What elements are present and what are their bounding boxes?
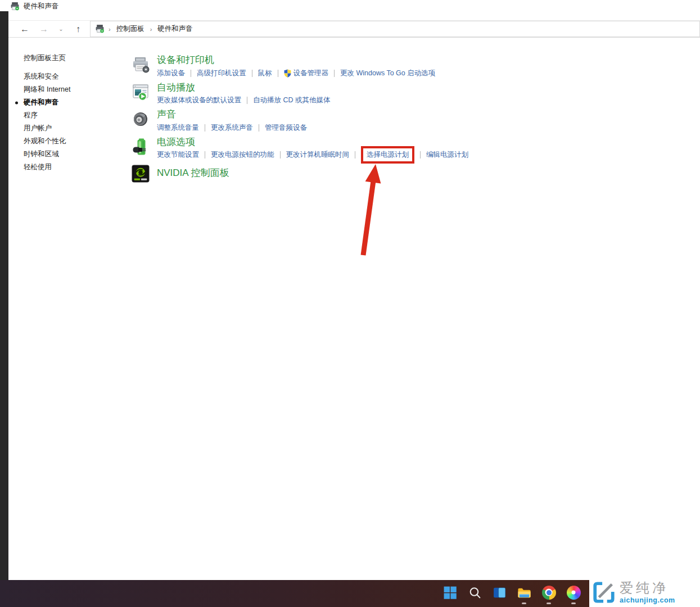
task-link-label: 更改系统声音 <box>211 123 253 133</box>
task-link-label: 管理音频设备 <box>265 123 307 133</box>
sidebar: 控制面板主页系统和安全网络和 Internet硬件和声音程序用户帐户外观和个性化… <box>8 52 128 174</box>
title-bar: 硬件和声音 <box>10 2 59 11</box>
sidebar-item[interactable]: 控制面板主页 <box>8 52 128 65</box>
task-link-label: 调整系统音量 <box>157 123 199 133</box>
sidebar-item[interactable]: 时钟和区域 <box>8 148 128 161</box>
task-link[interactable]: 更改电源按钮的功能 <box>211 150 274 160</box>
task-link-label: 选择电源计划 <box>367 150 409 160</box>
link-separator <box>334 70 335 77</box>
sidebar-item-label: 硬件和声音 <box>24 98 59 107</box>
task-link[interactable]: 设备管理器 <box>284 69 329 78</box>
task-link[interactable]: 自动播放 CD 或其他媒体 <box>253 96 331 105</box>
search-icon[interactable] <box>466 582 484 603</box>
task-link-label: 自动播放 CD 或其他媒体 <box>253 96 331 105</box>
sidebar-item[interactable]: 用户帐户 <box>8 122 128 135</box>
breadcrumb-control-panel[interactable]: 控制面板 <box>115 23 146 35</box>
task-link-label: 添加设备 <box>157 69 185 78</box>
task-link[interactable]: 更改系统声音 <box>211 123 253 133</box>
sidebar-item-label: 外观和个性化 <box>24 137 66 146</box>
sidebar-item-label: 程序 <box>24 111 38 120</box>
task-link[interactable]: 更改 Windows To Go 启动选项 <box>340 69 435 78</box>
task-link-label: 编辑电源计划 <box>426 150 468 160</box>
power-icon[interactable] <box>132 138 150 156</box>
link-separator <box>191 70 191 77</box>
category-row: 自动播放更改媒体或设备的默认设置自动播放 CD 或其他媒体 <box>132 81 626 109</box>
sidebar-item[interactable]: 外观和个性化 <box>8 135 128 148</box>
address-bar[interactable]: › 控制面板 › 硬件和声音 <box>90 21 700 37</box>
task-link[interactable]: 更改节能设置 <box>157 150 199 160</box>
start-icon[interactable] <box>441 582 459 603</box>
sidebar-item[interactable]: 系统和安全 <box>8 70 128 83</box>
task-link-label: 鼠标 <box>258 69 272 78</box>
breadcrumb-chevron-icon: › <box>150 26 152 33</box>
sidebar-item[interactable]: 网络和 Internet <box>8 83 128 96</box>
category-row: 电源选项更改节能设置更改电源按钮的功能更改计算机睡眠时间选择电源计划编辑电源计划 <box>132 136 626 164</box>
task-link[interactable]: 添加设备 <box>157 69 185 78</box>
sidebar-item-label: 轻松使用 <box>24 162 52 172</box>
control-panel-window: 硬件和声音 ← → ⌄ ↑ › 控制面板 › 硬件和声音 控制面板主页系统和安全… <box>0 0 700 607</box>
category-list: 设备和打印机添加设备高级打印机设置鼠标设备管理器更改 Windows To Go… <box>132 54 626 191</box>
category-row: 设备和打印机添加设备高级打印机设置鼠标设备管理器更改 Windows To Go… <box>132 54 626 81</box>
breadcrumb-hardware-sound[interactable]: 硬件和声音 <box>156 23 195 35</box>
watermark-brand: 爱纯净 <box>620 581 675 595</box>
control-panel-icon <box>95 24 105 34</box>
link-separator <box>280 151 281 158</box>
task-link[interactable]: 鼠标 <box>258 69 272 78</box>
task-link-label: 更改媒体或设备的默认设置 <box>157 96 241 105</box>
task-link[interactable]: 更改计算机睡眠时间 <box>286 150 350 160</box>
running-indicator <box>522 603 526 604</box>
link-separator <box>205 124 205 132</box>
task-link-label: 更改节能设置 <box>157 150 199 160</box>
sidebar-item-label: 用户帐户 <box>24 124 52 133</box>
task-link-label: 高级打印机设置 <box>197 69 246 78</box>
sidebar-item-label: 控制面板主页 <box>24 53 66 63</box>
window-title: 硬件和声音 <box>24 2 59 11</box>
running-indicator <box>547 603 551 604</box>
link-separator <box>259 124 259 132</box>
task-link[interactable]: 更改媒体或设备的默认设置 <box>157 96 241 105</box>
task-link-label: 更改电源按钮的功能 <box>211 150 274 160</box>
chrome-icon[interactable] <box>540 582 558 603</box>
file-explorer-icon[interactable] <box>515 582 533 603</box>
sidebar-item[interactable]: 程序 <box>8 109 128 122</box>
task-link-label: 设备管理器 <box>293 69 329 78</box>
breadcrumb-chevron-icon: › <box>109 26 111 33</box>
nvidia-icon[interactable] <box>132 165 150 183</box>
watermark: 爱纯净 aichunjing.com <box>589 578 700 607</box>
sidebar-item[interactable]: 轻松使用 <box>8 161 128 174</box>
task-link[interactable]: 编辑电源计划 <box>426 150 468 160</box>
recent-pages-chevron[interactable]: ⌄ <box>57 26 65 32</box>
link-separator <box>355 151 355 158</box>
sidebar-item[interactable]: 硬件和声音 <box>8 96 128 109</box>
category-title-link[interactable]: 设备和打印机 <box>157 54 435 66</box>
color-browser-icon[interactable] <box>564 582 582 603</box>
back-button[interactable]: ← <box>19 25 31 34</box>
link-separator <box>247 97 247 104</box>
sound-icon[interactable] <box>132 110 150 128</box>
window-edge-strip <box>0 11 8 580</box>
task-link-label: 更改计算机睡眠时间 <box>286 150 350 160</box>
forward-button[interactable]: → <box>38 25 50 34</box>
highlighted-task-link[interactable]: 选择电源计划 <box>361 146 414 164</box>
category-title-link[interactable]: 声音 <box>157 108 307 120</box>
autoplay-icon[interactable] <box>132 83 150 101</box>
category-row: 声音调整系统音量更改系统声音管理音频设备 <box>132 108 626 136</box>
up-button[interactable]: ↑ <box>72 25 84 34</box>
task-link[interactable]: 管理音频设备 <box>265 123 307 133</box>
uac-shield-icon <box>284 69 291 78</box>
devices-printers-icon[interactable] <box>132 56 150 74</box>
category-title-link[interactable]: 自动播放 <box>157 81 331 93</box>
category-title-link[interactable]: 电源选项 <box>157 136 468 148</box>
category-title-link[interactable]: NVIDIA 控制面板 <box>157 167 229 179</box>
task-link[interactable]: 高级打印机设置 <box>197 69 246 78</box>
task-view-icon[interactable] <box>490 582 508 603</box>
link-separator <box>420 151 421 158</box>
sidebar-item-label: 时钟和区域 <box>24 150 59 159</box>
task-link[interactable]: 调整系统音量 <box>157 123 199 133</box>
link-separator <box>205 151 205 158</box>
sidebar-item-label: 系统和安全 <box>24 72 59 81</box>
link-separator <box>252 70 252 77</box>
navigation-bar: ← → ⌄ ↑ › 控制面板 › 硬件和声音 <box>8 20 700 38</box>
hardware-sound-window-icon[interactable] <box>10 2 20 11</box>
aichunjing-logo-icon <box>592 581 616 604</box>
